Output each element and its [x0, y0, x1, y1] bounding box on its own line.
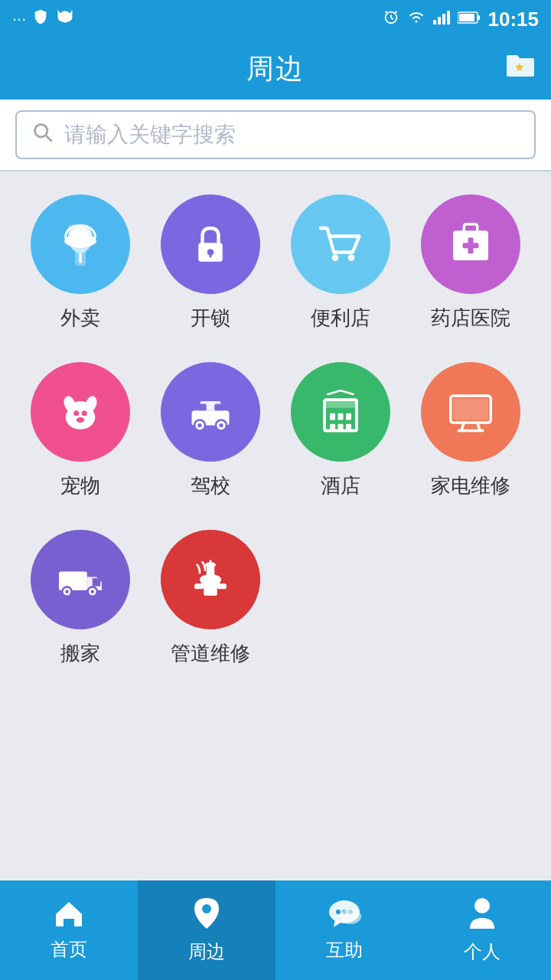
- moving-label: 搬家: [60, 640, 100, 667]
- lock-circle-icon: [161, 194, 260, 294]
- nav-item-mutual[interactable]: 互助: [276, 880, 413, 980]
- appliance-circle-icon: [421, 362, 520, 462]
- status-left: ···: [12, 8, 75, 30]
- lock-label: 开锁: [191, 305, 230, 332]
- svg-rect-64: [93, 578, 101, 586]
- profile-nav-label: 个人: [464, 939, 500, 964]
- svg-point-48: [219, 423, 223, 427]
- svg-point-82: [474, 898, 490, 913]
- svg-rect-6: [447, 11, 450, 24]
- nav-item-nearby[interactable]: 周边: [138, 880, 276, 980]
- signal-icon: [433, 9, 450, 29]
- category-item-pet[interactable]: 宠物: [15, 362, 145, 499]
- svg-rect-43: [197, 404, 207, 411]
- svg-rect-3: [433, 20, 436, 24]
- time-display: 10:15: [488, 8, 540, 31]
- shop-label: 便利店: [311, 305, 370, 332]
- medical-label: 药店医院: [431, 305, 510, 332]
- wifi-icon: [407, 9, 425, 29]
- svg-rect-9: [459, 14, 474, 21]
- driving-label: 驾校: [191, 472, 230, 499]
- category-item-lock[interactable]: 开锁: [145, 194, 276, 332]
- appliance-label: 家电维修: [431, 472, 510, 499]
- favorites-folder-icon[interactable]: [505, 52, 536, 86]
- category-item-moving[interactable]: 搬家: [15, 530, 145, 667]
- category-item-hotel[interactable]: 酒店: [276, 362, 406, 499]
- pipe-circle-icon: [161, 530, 260, 629]
- svg-point-0: [61, 15, 64, 18]
- search-input-wrapper[interactable]: 请输入关键字搜索: [15, 110, 536, 159]
- svg-point-67: [65, 590, 68, 593]
- svg-point-10: [35, 124, 47, 136]
- category-item-medical[interactable]: 药店医院: [406, 194, 536, 332]
- food-circle-icon: [31, 194, 130, 294]
- mutual-nav-label: 互助: [326, 938, 363, 962]
- svg-point-23: [332, 254, 339, 261]
- food-label: 外卖: [60, 305, 100, 332]
- search-icon: [32, 122, 54, 149]
- alarm-icon: [383, 8, 399, 30]
- svg-rect-52: [338, 413, 344, 420]
- category-item-appliance[interactable]: 家电维修: [406, 362, 536, 499]
- profile-nav-icon: [468, 897, 496, 935]
- svg-point-1: [67, 15, 70, 18]
- pet-circle-icon: [31, 362, 130, 462]
- svg-point-81: [340, 909, 361, 924]
- svg-rect-75: [217, 583, 227, 589]
- svg-point-24: [348, 254, 355, 261]
- nav-item-home[interactable]: 首页: [0, 880, 138, 980]
- nearby-nav-label: 周边: [188, 939, 225, 964]
- search-placeholder-text: 请输入关键字搜索: [64, 120, 236, 149]
- svg-rect-74: [194, 583, 204, 589]
- search-bar-container: 请输入关键字搜索: [0, 100, 551, 172]
- svg-rect-32: [463, 243, 479, 248]
- svg-point-68: [91, 590, 94, 593]
- driving-circle-icon: [161, 362, 260, 462]
- svg-point-37: [73, 410, 79, 416]
- category-item-driving[interactable]: 驾校: [145, 362, 276, 499]
- category-item-food[interactable]: 外卖: [15, 194, 145, 332]
- nearby-nav-icon: [193, 897, 220, 935]
- svg-point-76: [202, 904, 211, 913]
- category-item-shop[interactable]: 便利店: [276, 194, 406, 332]
- svg-rect-8: [478, 15, 480, 20]
- svg-rect-5: [442, 14, 445, 24]
- home-nav-icon: [53, 899, 85, 933]
- category-grid: 外卖 开锁 便利店 药店医院 宠物: [0, 172, 551, 713]
- status-right: 10:15: [383, 8, 540, 31]
- svg-rect-53: [346, 413, 351, 420]
- svg-point-39: [77, 417, 85, 423]
- hotel-label: 酒店: [321, 472, 360, 499]
- mutual-nav-icon: [328, 898, 361, 933]
- svg-point-38: [82, 410, 87, 416]
- svg-rect-4: [438, 17, 441, 24]
- svg-point-47: [197, 423, 201, 427]
- svg-rect-51: [330, 413, 335, 420]
- category-item-pipe[interactable]: 管道维修: [145, 530, 276, 667]
- pipe-label: 管道维修: [171, 640, 250, 667]
- shield-icon: [32, 8, 49, 30]
- svg-point-19: [73, 226, 87, 240]
- bottom-navigation: 首页 周边 互助 个人: [0, 880, 551, 980]
- status-bar: ··· 10:15: [0, 0, 551, 38]
- hotel-circle-icon: [291, 362, 390, 462]
- page-title: 周边: [246, 51, 305, 88]
- status-dots: ···: [12, 9, 26, 29]
- home-nav-label: 首页: [51, 937, 87, 962]
- pet-label: 宠物: [60, 472, 100, 499]
- nav-item-profile[interactable]: 个人: [413, 880, 551, 980]
- app-header: 周边: [0, 38, 551, 100]
- shop-circle-icon: [291, 194, 390, 294]
- battery-icon: [458, 9, 481, 29]
- svg-rect-44: [214, 404, 223, 411]
- svg-rect-59: [453, 399, 488, 420]
- cat-icon: [55, 8, 75, 30]
- medical-circle-icon: [421, 194, 520, 294]
- moving-circle-icon: [31, 530, 130, 629]
- svg-point-78: [336, 910, 341, 914]
- svg-line-11: [46, 136, 52, 142]
